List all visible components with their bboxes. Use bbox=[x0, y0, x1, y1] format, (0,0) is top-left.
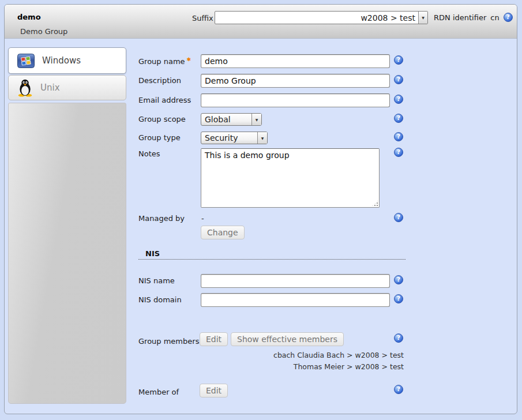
help-icon[interactable]: ? bbox=[394, 148, 403, 157]
email-address-label: Email address bbox=[138, 96, 191, 104]
nis-section-divider bbox=[138, 259, 405, 260]
windows-logo-icon bbox=[17, 54, 35, 68]
group-scope-select[interactable]: Global ▼ bbox=[201, 113, 262, 126]
show-effective-members-button[interactable]: Show effective members bbox=[231, 332, 344, 346]
group-name-label-text: Group name bbox=[138, 57, 185, 66]
tab-unix-label: Unix bbox=[40, 82, 60, 93]
help-icon[interactable]: ? bbox=[394, 333, 403, 343]
nis-domain-input[interactable] bbox=[201, 293, 390, 307]
notes-textarea[interactable]: This is a demo group bbox=[201, 148, 380, 208]
group-scope-value: Global bbox=[205, 115, 231, 124]
nis-section-title: NIS bbox=[145, 249, 160, 258]
change-button[interactable]: Change bbox=[201, 226, 245, 239]
description-label: Description bbox=[138, 76, 181, 85]
help-icon[interactable]: ? bbox=[394, 95, 403, 104]
group-members-list: cbach Claudia Bach > w2008 > test Thomas… bbox=[201, 350, 404, 373]
help-icon[interactable]: ? bbox=[394, 132, 403, 141]
suffix-select[interactable]: w2008 > test ▼ bbox=[215, 11, 428, 24]
group-type-value: Security bbox=[205, 133, 238, 142]
page-subtitle: Demo Group bbox=[20, 27, 67, 36]
help-icon[interactable]: ? bbox=[394, 114, 403, 123]
group-type-label: Group type bbox=[138, 133, 181, 142]
help-icon[interactable]: ? bbox=[394, 275, 403, 284]
rdn-identifier-label: RDN identifier bbox=[434, 13, 486, 22]
help-icon[interactable]: ? bbox=[394, 55, 403, 65]
suffix-selected-value: w2008 > test bbox=[360, 13, 418, 22]
tab-windows[interactable]: Windows bbox=[8, 47, 126, 74]
managed-by-value: - bbox=[201, 214, 204, 223]
group-name-input[interactable] bbox=[201, 54, 390, 68]
group-type-select[interactable]: Security ▼ bbox=[201, 132, 268, 144]
required-icon: ✱ bbox=[187, 57, 191, 62]
group-name-label: Group name✱ bbox=[138, 57, 191, 66]
tux-penguin-icon bbox=[17, 79, 33, 97]
member-of-label: Member of bbox=[138, 388, 179, 396]
chevron-down-icon: ▼ bbox=[251, 114, 261, 125]
header: demo Demo Group Suffix w2008 > test ▼ RD… bbox=[5, 5, 517, 39]
chevron-down-icon: ▼ bbox=[257, 132, 267, 144]
notes-label: Notes bbox=[138, 149, 160, 158]
chevron-down-glyph: ▼ bbox=[256, 118, 258, 122]
chevron-down-glyph: ▼ bbox=[422, 16, 425, 20]
sidebar-panel bbox=[8, 103, 126, 404]
suffix-label: Suffix bbox=[192, 14, 213, 22]
tab-unix[interactable]: Unix bbox=[8, 75, 126, 100]
nis-domain-label: NIS domain bbox=[138, 295, 182, 304]
description-input[interactable] bbox=[201, 74, 390, 88]
tab-windows-label: Windows bbox=[42, 55, 81, 66]
managed-by-label: Managed by bbox=[138, 214, 185, 223]
group-scope-label: Group scope bbox=[138, 115, 186, 123]
member-of-edit-button[interactable]: Edit bbox=[200, 384, 228, 397]
rdn-identifier-group: RDN identifier cn ? bbox=[434, 12, 513, 22]
group-member-item: Thomas Meier > w2008 > test bbox=[201, 361, 404, 373]
help-icon[interactable]: ? bbox=[394, 75, 403, 84]
rdn-identifier-value: cn bbox=[490, 13, 499, 22]
help-icon[interactable]: ? bbox=[394, 385, 403, 394]
email-address-input[interactable] bbox=[201, 93, 390, 107]
help-icon[interactable]: ? bbox=[394, 294, 403, 303]
nis-name-label: NIS name bbox=[138, 276, 175, 285]
group-members-edit-button[interactable]: Edit bbox=[200, 332, 228, 346]
chevron-down-glyph: ▼ bbox=[261, 136, 264, 140]
help-icon[interactable]: ? bbox=[394, 213, 403, 222]
help-icon[interactable]: ? bbox=[504, 13, 513, 22]
chevron-down-icon: ▼ bbox=[418, 12, 427, 24]
window: demo Demo Group Suffix w2008 > test ▼ RD… bbox=[4, 4, 517, 414]
nis-name-input[interactable] bbox=[201, 274, 390, 288]
group-member-item: cbach Claudia Bach > w2008 > test bbox=[201, 350, 404, 361]
page-title: demo bbox=[17, 13, 41, 21]
group-members-label: Group members bbox=[138, 337, 199, 346]
